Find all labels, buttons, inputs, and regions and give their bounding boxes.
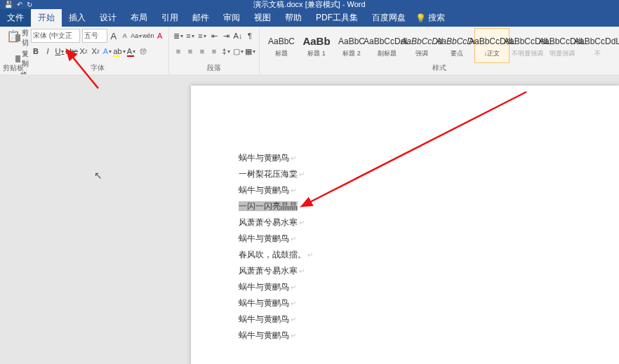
clear-format-button[interactable]: A bbox=[155, 29, 164, 42]
superscript-button[interactable]: X2 bbox=[91, 45, 100, 58]
group-styles: AaBbC标题AaBb标题 1AaBbC标题 2AaBbCcDdL副标题AaBb… bbox=[260, 27, 619, 74]
style-name: 不 bbox=[594, 49, 601, 58]
justify-button[interactable]: ≡ bbox=[209, 45, 219, 58]
cursor-icon: ↖ bbox=[94, 170, 102, 181]
style-preview: AaBb bbox=[302, 34, 330, 49]
doc-line[interactable]: 春风吹，战鼓擂。 bbox=[239, 247, 313, 263]
underline-button[interactable]: U▾ bbox=[55, 45, 65, 58]
document-area: 蜗牛与黄鹂鸟一树梨花压海棠蜗牛与黄鹂鸟一闪一闪亮晶晶风萧萧兮易水寒蜗牛与黄鹂鸟春… bbox=[0, 74, 619, 364]
group-paragraph: ≣▾ ≡▾ ≡▾ ⇤ ⇥ A↓ ¶ ≡ ≡ ≡ ≡ ‡▾ ▢▾ ▦▾ 段落 bbox=[169, 27, 260, 74]
tab-design[interactable]: 设计 bbox=[93, 9, 124, 27]
increase-indent-button[interactable]: ⇥ bbox=[221, 29, 231, 42]
style-name: 要点 bbox=[451, 49, 463, 58]
italic-button[interactable]: I bbox=[43, 45, 53, 58]
multilevel-button[interactable]: ≡▾ bbox=[197, 29, 207, 42]
ribbon-tabs: 文件 开始 插入 设计 布局 引用 邮件 审阅 视图 帮助 PDF工具集 百度网… bbox=[0, 9, 619, 27]
phonetic-guide-button[interactable]: wén bbox=[143, 29, 153, 42]
borders-button[interactable]: ▦▾ bbox=[245, 45, 255, 58]
group-font: 宋体 (中文正 五号 A A Aa▾ wén A B I U▾ abc X2 X… bbox=[27, 27, 169, 74]
scissors-icon bbox=[15, 34, 20, 41]
title-bar: 💾 ↶ ↻ 演示文稿.docx [兼容模式] - Word bbox=[0, 0, 619, 9]
subscript-button[interactable]: X2 bbox=[79, 45, 88, 58]
shrink-font-button[interactable]: A bbox=[120, 29, 129, 42]
style-item-0[interactable]: AaBbC标题 bbox=[264, 28, 299, 63]
style-item-4[interactable]: AaBbCcDd强调 bbox=[404, 28, 439, 63]
highlight-button[interactable]: ab▾ bbox=[114, 45, 124, 58]
style-preview: AaBbC bbox=[268, 34, 295, 49]
style-name: ↓正文 bbox=[484, 49, 500, 58]
copy-icon bbox=[15, 55, 20, 62]
ribbon: 📋 剪切 复制 格式刷 剪贴板 宋体 (中文正 五号 A A Aa▾ wén A… bbox=[0, 27, 619, 75]
show-marks-button[interactable]: ¶ bbox=[245, 29, 255, 42]
style-item-1[interactable]: AaBb标题 1 bbox=[299, 28, 334, 63]
doc-line[interactable]: 蜗牛与黄鹂鸟 bbox=[239, 328, 313, 344]
bullets-button[interactable]: ≣▾ bbox=[173, 29, 183, 42]
align-left-button[interactable]: ≡ bbox=[173, 45, 183, 58]
doc-line[interactable]: 蜗牛与黄鹂鸟 bbox=[239, 231, 313, 247]
document-content[interactable]: 蜗牛与黄鹂鸟一树梨花压海棠蜗牛与黄鹂鸟一闪一闪亮晶晶风萧萧兮易水寒蜗牛与黄鹂鸟春… bbox=[239, 150, 313, 344]
quick-access-toolbar: 💾 ↶ ↻ bbox=[4, 0, 32, 9]
style-name: 不明显强调 bbox=[512, 49, 543, 58]
selected-text[interactable]: 一闪一闪亮晶晶 bbox=[239, 201, 298, 211]
tab-mailings[interactable]: 邮件 bbox=[185, 9, 216, 27]
tab-review[interactable]: 审阅 bbox=[216, 9, 247, 27]
align-right-button[interactable]: ≡ bbox=[197, 45, 207, 58]
doc-line[interactable]: 蜗牛与黄鹂鸟 bbox=[239, 295, 313, 311]
redo-icon[interactable]: ↻ bbox=[27, 0, 32, 9]
sort-button[interactable]: A↓ bbox=[233, 29, 243, 42]
text-effects-button[interactable]: A▾ bbox=[102, 45, 112, 58]
style-name: 标题 2 bbox=[342, 49, 361, 58]
decrease-indent-button[interactable]: ⇤ bbox=[209, 29, 219, 42]
font-size-combo[interactable]: 五号 bbox=[82, 29, 107, 43]
tab-help[interactable]: 帮助 bbox=[278, 9, 309, 27]
group-label-clipboard: 剪贴板 bbox=[0, 63, 26, 73]
doc-line[interactable]: 蜗牛与黄鹂鸟 bbox=[239, 182, 313, 198]
styles-gallery[interactable]: AaBbC标题AaBb标题 1AaBbC标题 2AaBbCcDdL副标题AaBb… bbox=[264, 28, 615, 63]
tab-insert[interactable]: 插入 bbox=[62, 9, 93, 27]
tab-references[interactable]: 引用 bbox=[154, 9, 185, 27]
style-preview: AaBbC bbox=[338, 34, 365, 49]
style-name: 标题 1 bbox=[307, 49, 326, 58]
page[interactable]: 蜗牛与黄鹂鸟一树梨花压海棠蜗牛与黄鹂鸟一闪一闪亮晶晶风萧萧兮易水寒蜗牛与黄鹂鸟春… bbox=[191, 86, 619, 364]
save-icon[interactable]: 💾 bbox=[4, 0, 13, 9]
doc-line[interactable]: 蜗牛与黄鹂鸟 bbox=[239, 150, 313, 166]
doc-line[interactable]: 蜗牛与黄鹂鸟 bbox=[239, 311, 313, 328]
search-label: 搜索 bbox=[428, 12, 445, 24]
doc-line[interactable]: 风萧萧兮易水寒 bbox=[239, 215, 313, 231]
doc-line[interactable]: 蜗牛与黄鹂鸟 bbox=[239, 279, 313, 295]
group-label-font: 字体 bbox=[27, 63, 168, 73]
bold-button[interactable]: B bbox=[31, 45, 41, 58]
align-center-button[interactable]: ≡ bbox=[185, 45, 195, 58]
tab-layout[interactable]: 布局 bbox=[124, 9, 154, 27]
strikethrough-button[interactable]: abc bbox=[67, 45, 76, 58]
undo-icon[interactable]: ↶ bbox=[17, 0, 22, 9]
tab-home[interactable]: 开始 bbox=[31, 9, 62, 27]
style-name: 副标题 bbox=[378, 49, 397, 58]
shading-button[interactable]: ▢▾ bbox=[233, 45, 243, 58]
style-name: 强调 bbox=[415, 49, 428, 58]
tell-me-search[interactable]: 💡 搜索 bbox=[415, 9, 445, 27]
font-color-button[interactable]: A▾ bbox=[126, 45, 136, 58]
group-clipboard: 📋 剪切 复制 格式刷 剪贴板 bbox=[0, 27, 27, 74]
style-item-3[interactable]: AaBbCcDdL副标题 bbox=[369, 28, 404, 63]
change-case-button[interactable]: Aa▾ bbox=[131, 29, 141, 42]
group-label-paragraph: 段落 bbox=[169, 63, 259, 73]
tab-baidu[interactable]: 百度网盘 bbox=[365, 9, 413, 27]
tab-pdf[interactable]: PDF工具集 bbox=[309, 9, 365, 27]
doc-line[interactable]: 一闪一闪亮晶晶 bbox=[239, 198, 313, 215]
enclose-char-button[interactable]: ㊞ bbox=[138, 45, 148, 58]
style-name: 标题 bbox=[275, 49, 288, 58]
numbering-button[interactable]: ≡▾ bbox=[185, 29, 195, 42]
style-item-9[interactable]: AaBbCcDdL不 bbox=[580, 28, 615, 63]
line-spacing-button[interactable]: ‡▾ bbox=[221, 45, 231, 58]
doc-line[interactable]: 风萧萧兮易水寒 bbox=[239, 263, 313, 279]
search-icon: 💡 bbox=[415, 13, 426, 23]
style-name: 明显强调 bbox=[550, 49, 575, 58]
doc-line[interactable]: 一树梨花压海棠 bbox=[239, 166, 313, 182]
tab-view[interactable]: 视图 bbox=[247, 9, 278, 27]
font-family-combo[interactable]: 宋体 (中文正 bbox=[31, 29, 80, 43]
grow-font-button[interactable]: A bbox=[109, 29, 119, 42]
style-preview: AaBbCcDdL bbox=[574, 34, 619, 49]
tab-file[interactable]: 文件 bbox=[0, 9, 31, 27]
window-title: 演示文稿.docx [兼容模式] - Word bbox=[253, 0, 365, 8]
